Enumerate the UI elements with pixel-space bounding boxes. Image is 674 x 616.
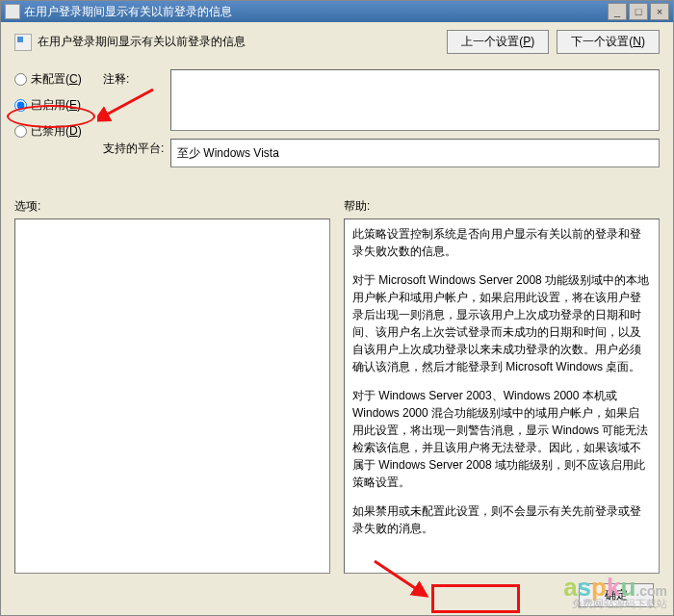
help-paragraph: 对于 Windows Server 2003、Windows 2000 本机或 … bbox=[352, 387, 651, 491]
app-icon bbox=[5, 4, 20, 19]
help-paragraph: 对于 Microsoft Windows Server 2008 功能级别域中的… bbox=[352, 271, 651, 375]
setting-icon bbox=[14, 34, 32, 51]
state-radio-group: 未配置(C) 已启用(E) 已禁用(D) bbox=[14, 69, 91, 175]
dialog-content: 在用户登录期间显示有关以前登录的信息 上一个设置(P) 下一个设置(N) 未配置… bbox=[1, 22, 673, 615]
bottom-button-bar: 确定 bbox=[579, 583, 654, 607]
radio-enabled[interactable]: 已启用(E) bbox=[14, 97, 91, 114]
titlebar[interactable]: 在用户登录期间显示有关以前登录的信息 _ □ × bbox=[1, 1, 673, 22]
radio-not-configured[interactable]: 未配置(C) bbox=[14, 71, 91, 88]
radio-disabled-input[interactable] bbox=[14, 125, 27, 138]
maximize-button[interactable]: □ bbox=[629, 3, 648, 20]
help-paragraph: 此策略设置控制系统是否向用户显示有关以前的登录和登录失败次数的信息。 bbox=[352, 225, 651, 260]
minimize-button[interactable]: _ bbox=[608, 3, 627, 20]
help-paragraph: 如果禁用或未配置此设置，则不会显示有关先前登录或登录失败的消息。 bbox=[352, 502, 651, 537]
window-title: 在用户登录期间显示有关以前登录的信息 bbox=[24, 4, 606, 20]
body-row: 未配置(C) 已启用(E) 已禁用(D) 注释: 支持的平台: bbox=[14, 69, 660, 175]
radio-disabled[interactable]: 已禁用(D) bbox=[14, 123, 91, 140]
supported-platform-box: 至少 Windows Vista bbox=[170, 139, 660, 167]
help-label: 帮助: bbox=[344, 198, 660, 215]
form-column: 注释: 支持的平台: 至少 Windows Vista bbox=[103, 69, 660, 175]
platform-group: 支持的平台: 至少 Windows Vista bbox=[103, 139, 660, 167]
lower-panels: 选项: 帮助: 此策略设置控制系统是否向用户显示有关以前的登录和登录失败次数的信… bbox=[14, 198, 660, 574]
previous-setting-button[interactable]: 上一个设置(P) bbox=[447, 30, 549, 54]
close-button[interactable]: × bbox=[650, 3, 669, 20]
options-box[interactable] bbox=[14, 218, 330, 574]
comment-input[interactable] bbox=[170, 69, 660, 131]
platform-label: 支持的平台: bbox=[103, 139, 170, 157]
policy-editor-window: 在用户登录期间显示有关以前登录的信息 _ □ × 在用户登录期间显示有关以前登录… bbox=[0, 0, 674, 616]
radio-not-configured-input[interactable] bbox=[14, 73, 27, 86]
platform-value: 至少 Windows Vista bbox=[177, 145, 279, 162]
nav-buttons: 上一个设置(P) 下一个设置(N) bbox=[447, 30, 660, 54]
help-text-box[interactable]: 此策略设置控制系统是否向用户显示有关以前的登录和登录失败次数的信息。 对于 Mi… bbox=[344, 218, 660, 574]
help-column: 帮助: 此策略设置控制系统是否向用户显示有关以前的登录和登录失败次数的信息。 对… bbox=[344, 198, 660, 574]
header-row: 在用户登录期间显示有关以前登录的信息 上一个设置(P) 下一个设置(N) bbox=[14, 30, 660, 54]
options-column: 选项: bbox=[14, 198, 330, 574]
radio-enabled-input[interactable] bbox=[14, 99, 27, 112]
next-setting-button[interactable]: 下一个设置(N) bbox=[557, 30, 660, 54]
comment-group: 注释: bbox=[103, 69, 660, 131]
options-label: 选项: bbox=[14, 198, 330, 215]
comment-label: 注释: bbox=[103, 69, 170, 88]
setting-name: 在用户登录期间显示有关以前登录的信息 bbox=[38, 34, 447, 50]
ok-button[interactable]: 确定 bbox=[579, 583, 654, 607]
